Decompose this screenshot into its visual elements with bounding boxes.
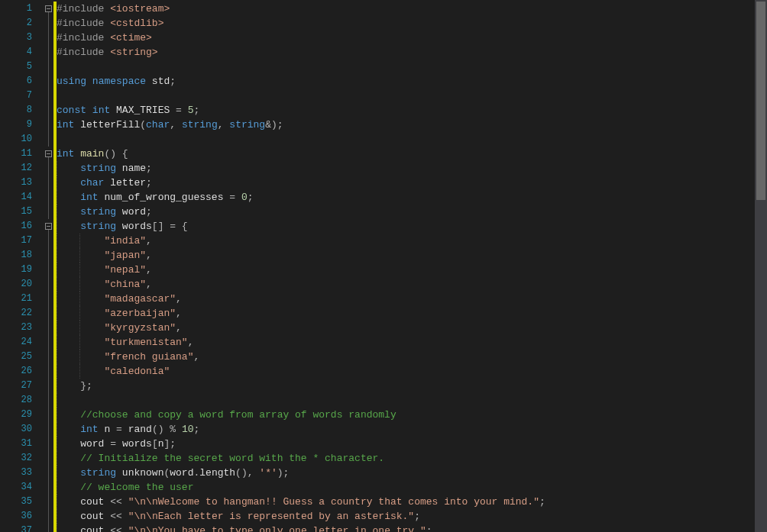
code-editor: 1234567891011121314151617181920212223242…	[0, 0, 767, 532]
code-line[interactable]: "india",	[57, 234, 767, 248]
fold-cell	[43, 495, 53, 509]
fold-column	[43, 0, 53, 532]
fold-cell	[43, 466, 53, 480]
code-line[interactable]: "french guiana",	[57, 350, 767, 364]
code-area[interactable]: #include <iostream>#include <cstdlib>#in…	[57, 0, 767, 532]
line-number: 35	[0, 495, 43, 509]
fold-cell	[43, 234, 53, 248]
code-line[interactable]: const int MAX_TRIES = 5;	[57, 103, 767, 118]
code-line[interactable]: #include <iostream>	[57, 2, 767, 16]
code-line[interactable]: #include <string>	[57, 45, 767, 60]
line-number: 2	[0, 16, 43, 31]
fold-cell	[43, 524, 53, 532]
scrollbar-thumb[interactable]	[756, 2, 765, 200]
fold-toggle-icon[interactable]	[45, 5, 52, 12]
code-line[interactable]: };	[57, 379, 767, 393]
code-line[interactable]: using namespace std;	[57, 74, 767, 89]
code-line[interactable]: //choose and copy a word from array of w…	[57, 408, 767, 422]
code-line[interactable]: char letter;	[57, 176, 767, 190]
code-line[interactable]: string unknown(word.length(), '*');	[57, 466, 767, 480]
fold-cell	[43, 408, 53, 422]
fold-cell	[43, 480, 53, 495]
fold-cell	[43, 321, 53, 335]
line-number: 18	[0, 248, 43, 263]
fold-cell	[43, 161, 53, 176]
fold-cell	[43, 263, 53, 277]
line-number: 26	[0, 364, 43, 379]
code-line[interactable]	[57, 132, 767, 147]
line-number: 30	[0, 422, 43, 437]
fold-cell	[43, 118, 53, 132]
code-line[interactable]: int main() {	[57, 147, 767, 161]
line-number: 31	[0, 437, 43, 451]
fold-cell	[43, 364, 53, 379]
fold-cell	[43, 205, 53, 219]
fold-cell	[43, 31, 53, 45]
line-number: 32	[0, 451, 43, 466]
code-line[interactable]: "caledonia"	[57, 364, 767, 379]
code-line[interactable]: #include <cstdlib>	[57, 16, 767, 31]
line-number: 27	[0, 379, 43, 393]
line-number: 20	[0, 277, 43, 292]
line-number: 4	[0, 45, 43, 60]
line-number: 22	[0, 306, 43, 321]
code-line[interactable]: word = words[n];	[57, 437, 767, 451]
line-number: 11	[0, 147, 43, 161]
code-line[interactable]	[57, 89, 767, 103]
code-line[interactable]: string name;	[57, 161, 767, 176]
line-number: 14	[0, 190, 43, 205]
code-line[interactable]: "azerbaijan",	[57, 306, 767, 321]
code-line[interactable]: // welcome the user	[57, 480, 767, 495]
fold-toggle-icon[interactable]	[45, 223, 52, 230]
fold-cell	[43, 393, 53, 408]
code-line[interactable]	[57, 60, 767, 74]
fold-cell	[43, 248, 53, 263]
fold-cell	[43, 277, 53, 292]
line-number: 37	[0, 524, 43, 532]
code-line[interactable]: string word;	[57, 205, 767, 219]
fold-cell	[43, 16, 53, 31]
code-line[interactable]: cout << "\n\nWelcome to hangman!! Guess …	[57, 495, 767, 509]
fold-cell	[43, 103, 53, 118]
fold-cell	[43, 132, 53, 147]
fold-cell	[43, 350, 53, 364]
code-line[interactable]: #include <ctime>	[57, 31, 767, 45]
fold-cell	[43, 292, 53, 306]
line-number: 7	[0, 89, 43, 103]
code-line[interactable]: cout << "\n\nEach letter is represented …	[57, 509, 767, 524]
line-number: 5	[0, 60, 43, 74]
fold-cell	[43, 451, 53, 466]
fold-toggle-icon[interactable]	[45, 150, 52, 157]
line-number: 10	[0, 132, 43, 147]
line-number: 16	[0, 219, 43, 234]
line-number: 3	[0, 31, 43, 45]
line-number: 36	[0, 509, 43, 524]
code-line[interactable]: int num_of_wrong_guesses = 0;	[57, 190, 767, 205]
code-line[interactable]: "japan",	[57, 248, 767, 263]
code-line[interactable]: int n = rand() % 10;	[57, 422, 767, 437]
code-line[interactable]: cout << "\n\nYou have to type only one l…	[57, 524, 767, 532]
code-line[interactable]: "china",	[57, 277, 767, 292]
line-number-gutter: 1234567891011121314151617181920212223242…	[0, 0, 43, 532]
code-line[interactable]: "madagascar",	[57, 292, 767, 306]
line-number: 15	[0, 205, 43, 219]
fold-cell	[43, 335, 53, 350]
code-line[interactable]	[57, 393, 767, 408]
code-line[interactable]: "kyrgyzstan",	[57, 321, 767, 335]
fold-cell	[43, 509, 53, 524]
line-number: 24	[0, 335, 43, 350]
fold-cell	[43, 45, 53, 60]
code-line[interactable]: string words[] = {	[57, 219, 767, 234]
line-number: 23	[0, 321, 43, 335]
code-line[interactable]: "turkmenistan",	[57, 335, 767, 350]
vertical-scrollbar[interactable]	[755, 0, 767, 532]
line-number: 6	[0, 74, 43, 89]
code-line[interactable]: int letterFill(char, string, string&);	[57, 118, 767, 132]
fold-cell	[43, 74, 53, 89]
code-line[interactable]: // Initialize the secret word with the *…	[57, 451, 767, 466]
code-line[interactable]: "nepal",	[57, 263, 767, 277]
line-number: 19	[0, 263, 43, 277]
line-number: 33	[0, 466, 43, 480]
line-number: 9	[0, 118, 43, 132]
line-number: 1	[0, 2, 43, 16]
